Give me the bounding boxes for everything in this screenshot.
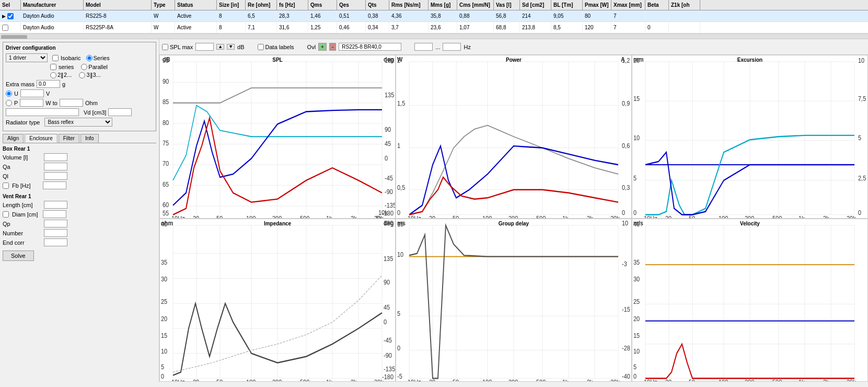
svg-text:500: 500 (536, 215, 546, 218)
svg-text:10: 10 (633, 134, 640, 142)
spl-down-button[interactable]: ▼ (227, 44, 235, 50)
volume-input[interactable]: 40,0 (44, 153, 67, 161)
config-33-radio-input[interactable] (79, 72, 85, 78)
row-re: 6,5 (246, 10, 277, 21)
svg-text:-135: -135 (384, 365, 395, 373)
freq-min-input[interactable]: 10 (414, 43, 433, 51)
parallel-radio-row: Parallel (81, 64, 108, 70)
fb-label: Fb [Hz] (12, 183, 41, 189)
ql-input[interactable]: 100 (44, 172, 67, 180)
data-labels-checkbox[interactable] (258, 44, 264, 50)
parallel-radio[interactable] (81, 64, 87, 70)
row-rms: 3,7 (389, 22, 429, 33)
svg-text:75: 75 (163, 139, 169, 147)
p-ohm-unit: Ohm (85, 100, 98, 106)
u-radio[interactable] (6, 90, 12, 97)
group-delay-chart-svg: ms 15 10 5 0 -5 10 -3 -15 -28 -40 (396, 219, 631, 382)
u-input[interactable]: 2,83 (20, 89, 44, 97)
svg-text:65: 65 (163, 180, 169, 188)
radiator-select[interactable]: Bass reflex Closed box Passive radiator (44, 118, 112, 127)
row-sd: 213,8 (520, 22, 551, 33)
qp-input[interactable]: 100 (44, 220, 67, 227)
spl-max-checkbox[interactable] (162, 44, 168, 50)
qp-label: Qp (3, 221, 42, 227)
number-input[interactable]: 1 (44, 229, 67, 237)
row-sel[interactable] (0, 22, 21, 33)
svg-text:2k: 2k (587, 215, 593, 218)
row-qms: 1,25 (308, 22, 337, 33)
tab-filter[interactable]: Filter (59, 134, 79, 143)
driver-name-row: Dayton Audio RS225-8 Vd [cm3] 150 (6, 108, 153, 116)
p-input[interactable]: 1,23 (20, 99, 43, 107)
p-ohm-input[interactable]: 6,5 (60, 99, 83, 107)
number-label: Number (3, 230, 42, 236)
driver-count-select[interactable]: 1 driver 2 drivers (6, 53, 48, 62)
row-beta (645, 10, 669, 21)
spl-up-button[interactable]: ▲ (216, 44, 224, 50)
driver-name-input[interactable]: Dayton Audio RS225-8 (6, 108, 79, 116)
svg-text:200: 200 (272, 215, 282, 218)
vd-label: Vd [cm3] (84, 109, 106, 116)
p-radio[interactable] (6, 100, 12, 106)
diam-row: Diam [cm] 7,0 (3, 210, 156, 218)
isobaric-checkbox[interactable] (52, 55, 59, 61)
svg-text:-180: -180 (382, 372, 394, 380)
row-qes: 0,51 (337, 10, 366, 21)
series-inner-check[interactable] (50, 64, 56, 70)
svg-text:-3: -3 (622, 259, 627, 267)
solve-row: Solve (3, 251, 156, 261)
row-beta: 0 (645, 22, 669, 33)
vd-input[interactable]: 150 (108, 108, 132, 116)
length-input[interactable]: 12,7 (44, 201, 67, 209)
radiator-type-row: Radiator type Bass reflex Closed box Pas… (6, 118, 153, 127)
svg-text:200: 200 (508, 215, 518, 218)
series-inner-checkbox: series (50, 64, 74, 70)
row-fs: 28,3 (277, 10, 308, 21)
parallel-label: Parallel (88, 64, 108, 70)
row-z1k (669, 10, 700, 21)
row-checkbox[interactable] (7, 13, 14, 19)
diam-checkbox[interactable] (3, 211, 9, 218)
col-header-mfr: Manufacturer (21, 0, 84, 10)
row-size: 8 (217, 22, 246, 33)
solve-button[interactable]: Solve (3, 251, 34, 261)
table-scrollbar[interactable] (0, 33, 868, 39)
svg-text:1k: 1k (326, 378, 332, 381)
fb-checkbox[interactable] (3, 183, 9, 189)
tab-enclosure[interactable]: Enclosure (25, 134, 57, 143)
freq-max-input[interactable]: 20000 (443, 43, 461, 51)
tab-align[interactable]: Align (3, 134, 24, 143)
spl-chart-svg: 95 90 85 80 75 70 65 60 55 dB 180 135 90… (160, 55, 395, 218)
svg-text:0: 0 (622, 209, 625, 217)
ovl-remove-button[interactable]: - (329, 43, 336, 51)
config-inner-row: series Parallel (50, 64, 153, 70)
diam-input[interactable]: 7,0 (43, 210, 66, 218)
svg-text:1k: 1k (326, 215, 332, 218)
p-label: P (14, 100, 18, 106)
svg-text:dB: dB (163, 55, 170, 63)
svg-text:35: 35 (633, 258, 640, 266)
ovl-label: Ovl (307, 44, 316, 50)
db-label: dB (237, 44, 244, 50)
col-header-model: Model (84, 0, 152, 10)
row-sel[interactable]: ▶ (0, 10, 21, 21)
fb-checkbox-row (3, 183, 9, 189)
svg-text:20: 20 (193, 378, 199, 381)
ovl-add-button[interactable]: + (318, 43, 327, 51)
extra-mass-input[interactable] (37, 80, 60, 88)
config-22-radio-input[interactable] (50, 72, 56, 78)
row-qts: 0,34 (366, 22, 389, 33)
tab-info[interactable]: Info (80, 134, 99, 143)
col-header-vas: Vas [l] (494, 0, 520, 10)
table-row[interactable]: Dayton Audio RS225P-8A W Active 8 7,1 31… (0, 22, 868, 33)
svg-text:0: 0 (633, 209, 636, 217)
qa-input[interactable]: 100 (44, 163, 67, 170)
fb-input[interactable]: 39,0 (43, 181, 66, 189)
spl-max-input[interactable]: 95 (195, 43, 214, 51)
row-model: RS225-8 (84, 10, 152, 21)
table-row[interactable]: ▶ Dayton Audio RS225-8 W Active 8 6,5 28… (0, 10, 868, 22)
series-radio[interactable] (86, 55, 92, 61)
svg-text:15: 15 (633, 95, 640, 103)
end-corr-input[interactable]: 0,85 (44, 238, 67, 246)
row-checkbox[interactable] (2, 25, 8, 31)
